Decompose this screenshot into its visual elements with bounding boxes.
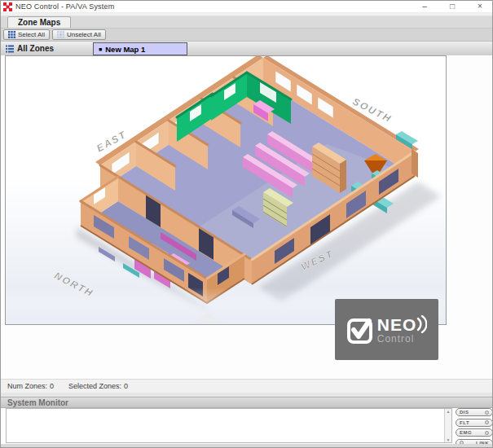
select-all-button[interactable]: Select All: [3, 29, 50, 40]
logo-checkbox-icon: [346, 314, 374, 345]
status-bar: Num Zones:0 Selected Zones:0: [1, 379, 493, 393]
dis-led-icon: [485, 411, 489, 415]
zone-header-row: All Zones ■ New Map 1: [1, 41, 493, 55]
logo-sub: Control: [377, 334, 428, 344]
window-title: NEO Control - PA/VA System: [15, 2, 114, 11]
logo-name: NEO: [377, 316, 417, 333]
logo-soundwave-icon: [416, 315, 427, 333]
dis-indicator-button[interactable]: DIS: [456, 408, 493, 416]
tab-zone-maps[interactable]: Zone Maps: [7, 16, 71, 28]
all-zones-label: All Zones: [17, 44, 54, 53]
title-bar[interactable]: NEO Control - PA/VA System – □ ×: [1, 1, 493, 13]
grid-empty-icon: [57, 31, 64, 38]
flt-led-icon: [485, 420, 489, 424]
grid-filled-icon: [8, 31, 15, 38]
scroll-down-icon[interactable]: ▼: [447, 437, 451, 442]
emg-led-icon: [485, 431, 489, 435]
zone-toolbar: Select All Unselect All: [1, 28, 493, 41]
close-button[interactable]: ×: [466, 1, 493, 13]
indicator-column: DIS FLT EMG LINK: [456, 408, 493, 447]
unselect-all-label: Unselect All: [67, 31, 101, 38]
system-monitor-list[interactable]: ▲ ▼: [6, 408, 452, 443]
select-all-label: Select All: [18, 31, 45, 38]
flt-indicator-button[interactable]: FLT: [456, 419, 493, 427]
map-3d-view[interactable]: EAST SOUTH NORTH WEST: [6, 56, 446, 324]
system-monitor-header[interactable]: System Monitor: [1, 397, 493, 408]
tab-new-map-1[interactable]: ■ New Map 1: [93, 42, 187, 55]
selected-zones-value: 0: [124, 382, 128, 390]
app-window: NEO Control - PA/VA System – □ × Zone Ma…: [0, 0, 493, 448]
app-icon: [3, 2, 12, 11]
maximize-button[interactable]: □: [438, 1, 466, 13]
selected-zones: Selected Zones:0: [68, 382, 128, 390]
unselect-all-button[interactable]: Unselect All: [52, 29, 106, 40]
scrollbar[interactable]: ▲ ▼: [444, 409, 451, 442]
map-panel[interactable]: EAST SOUTH NORTH WEST: [5, 55, 447, 325]
system-monitor-title: System Monitor: [7, 398, 68, 407]
minimize-button[interactable]: –: [411, 1, 438, 13]
map-tab-label: New Map 1: [105, 45, 145, 54]
emg-indicator-button[interactable]: EMG: [456, 428, 493, 437]
scroll-up-icon[interactable]: ▲: [447, 409, 451, 414]
num-zones: Num Zones:0: [7, 382, 54, 390]
neo-control-logo: NEO Control: [335, 299, 438, 360]
bottom-strip: [1, 444, 493, 448]
map-tab-bullet-icon: ■: [99, 46, 102, 52]
num-zones-value: 0: [50, 382, 54, 390]
tab-row: Zone Maps: [1, 16, 493, 28]
zone-list-icon: [6, 45, 14, 53]
